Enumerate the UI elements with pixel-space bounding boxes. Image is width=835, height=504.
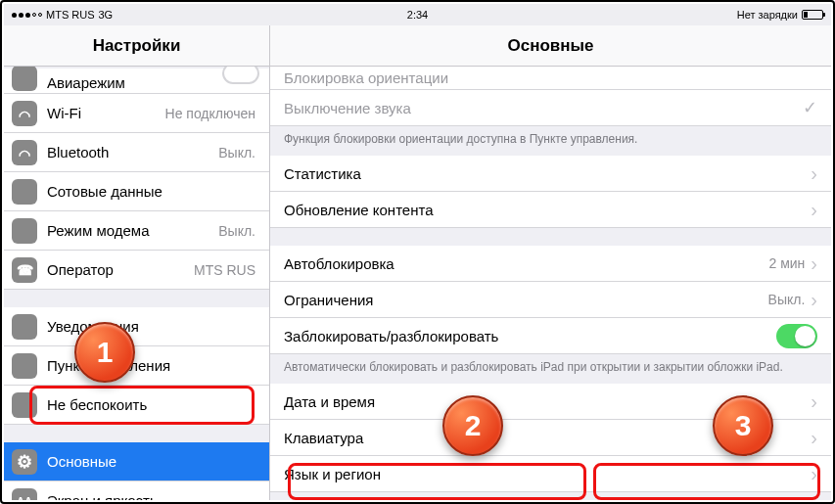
bluetooth-icon bbox=[12, 140, 37, 165]
sidebar-item-label: Оператор bbox=[47, 261, 194, 278]
settings-sidebar: Настройки Авиарежим Wi-Fi Не подключен B… bbox=[4, 25, 270, 500]
row-lock-unlock[interactable]: Заблокировать/разблокировать bbox=[270, 318, 831, 354]
chevron-right-icon: › bbox=[811, 162, 817, 185]
chevron-right-icon: › bbox=[811, 390, 817, 413]
chevron-right-icon: › bbox=[811, 289, 817, 311]
callout-1: 1 bbox=[74, 322, 135, 383]
control-center-icon bbox=[12, 353, 37, 379]
signal-dots-icon bbox=[12, 13, 42, 18]
chevron-right-icon: › bbox=[811, 427, 817, 449]
wifi-icon bbox=[12, 101, 37, 126]
notifications-icon bbox=[12, 314, 37, 340]
sidebar-item-general[interactable]: Основные bbox=[4, 442, 269, 481]
sidebar-item-notifications[interactable]: Уведомления bbox=[4, 307, 269, 346]
gear-icon bbox=[12, 449, 37, 475]
airplane-icon bbox=[12, 67, 37, 91]
sidebar-item-hotspot[interactable]: Режим модема Выкл. bbox=[4, 211, 269, 251]
callout-3: 3 bbox=[713, 395, 773, 456]
phone-icon bbox=[12, 257, 37, 283]
chevron-right-icon: › bbox=[811, 199, 817, 221]
sidebar-item-display[interactable]: Экран и яркость bbox=[4, 481, 269, 500]
sidebar-title: Настройки bbox=[4, 25, 269, 67]
lock-unlock-toggle[interactable] bbox=[776, 324, 817, 348]
sidebar-item-value: Выкл. bbox=[218, 223, 255, 239]
row-restrictions[interactable]: Ограничения Выкл. › bbox=[270, 282, 831, 318]
highlight-3 bbox=[593, 463, 820, 500]
battery-icon bbox=[802, 10, 823, 20]
display-icon bbox=[12, 488, 37, 501]
detail-title: Основные bbox=[270, 25, 831, 67]
clock-label: 2:34 bbox=[256, 9, 579, 21]
sidebar-item-control-center[interactable]: Пункт управления bbox=[4, 346, 269, 386]
cellular-icon bbox=[12, 179, 37, 205]
highlight-1 bbox=[29, 386, 255, 425]
row-statistics[interactable]: Статистика › bbox=[270, 156, 831, 192]
sidebar-item-wifi[interactable]: Wi-Fi Не подключен bbox=[4, 94, 269, 133]
sidebar-item-label: Bluetooth bbox=[47, 144, 218, 160]
footer-note: Автоматически блокировать и разблокирова… bbox=[270, 354, 831, 384]
row-mute[interactable]: Выключение звука ✓ bbox=[270, 90, 831, 126]
sidebar-item-carrier[interactable]: Оператор MTS RUS bbox=[4, 251, 269, 290]
sidebar-item-value: Не подключен bbox=[165, 106, 255, 121]
network-label: 3G bbox=[99, 9, 114, 21]
sidebar-item-value: Выкл. bbox=[218, 145, 255, 160]
footer-note: Функция блокировки ориентации доступна в… bbox=[270, 126, 831, 156]
hotspot-icon bbox=[12, 218, 37, 244]
sidebar-item-label: Wi-Fi bbox=[47, 105, 165, 121]
airplane-switch[interactable] bbox=[222, 67, 259, 84]
check-icon: ✓ bbox=[803, 97, 817, 118]
sidebar-item-label: Режим модема bbox=[47, 222, 218, 239]
sidebar-item-bluetooth[interactable]: Bluetooth Выкл. bbox=[4, 133, 269, 172]
row-orientation-lock[interactable]: Блокировка ориентации bbox=[270, 67, 831, 90]
sidebar-item-cellular[interactable]: Сотовые данные bbox=[4, 172, 269, 211]
sidebar-item-value: MTS RUS bbox=[194, 262, 255, 278]
sidebar-item-label: Уведомления bbox=[47, 318, 255, 335]
row-autolock[interactable]: Автоблокировка 2 мин › bbox=[270, 246, 831, 282]
callout-2: 2 bbox=[442, 395, 503, 456]
carrier-label: MTS RUS bbox=[46, 9, 95, 21]
sidebar-item-label: Экран и яркость bbox=[47, 492, 255, 500]
sidebar-item-label: Сотовые данные bbox=[47, 183, 255, 200]
battery-text: Нет зарядки bbox=[737, 9, 798, 21]
row-content-refresh[interactable]: Обновление контента › bbox=[270, 192, 831, 228]
sidebar-item-airplane[interactable]: Авиарежим bbox=[4, 69, 269, 94]
chevron-right-icon: › bbox=[811, 252, 817, 275]
status-bar: MTS RUS 3G 2:34 Нет зарядки bbox=[4, 4, 831, 25]
sidebar-item-label: Основные bbox=[47, 453, 255, 470]
highlight-2 bbox=[288, 463, 586, 500]
